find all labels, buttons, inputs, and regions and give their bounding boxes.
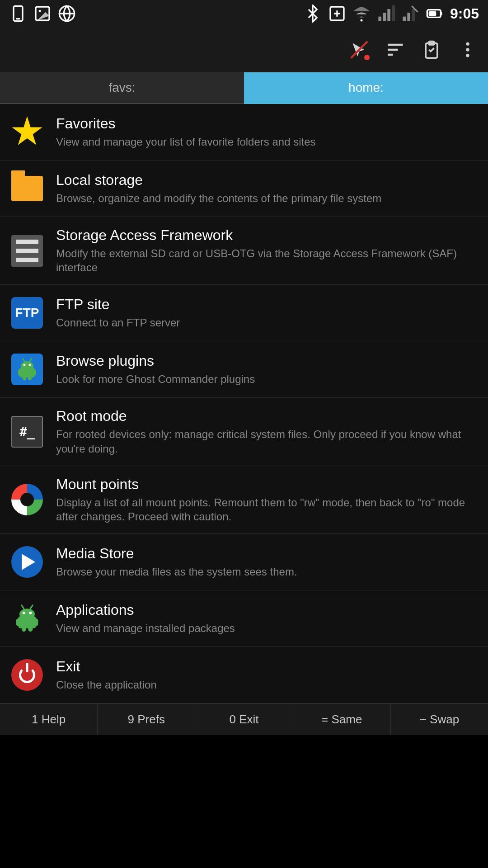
svg-rect-10 — [387, 9, 390, 21]
prefs-button[interactable]: 9 Prefs — [98, 704, 195, 735]
help-button[interactable]: 1 Help — [0, 704, 98, 735]
mount-points-title: Mount points — [56, 476, 479, 493]
svg-rect-8 — [378, 17, 381, 21]
mount-points-desc: Display a list of all mount points. Remo… — [56, 495, 479, 524]
svg-rect-14 — [412, 9, 415, 21]
svg-rect-29 — [18, 369, 22, 376]
saf-icon-wrap — [9, 233, 45, 269]
svg-rect-18 — [441, 12, 442, 15]
svg-rect-41 — [22, 626, 26, 632]
svg-rect-40 — [34, 618, 38, 626]
svg-rect-31 — [23, 376, 26, 380]
favorites-title: Favorites — [56, 115, 479, 132]
menu-item-local-storage[interactable]: Local storage Browse, organize and modif… — [0, 160, 488, 217]
menu-item-favorites[interactable]: Favorites View and manage your list of f… — [0, 104, 488, 160]
star-icon — [11, 116, 43, 148]
ftp-icon: FTP — [11, 297, 43, 329]
signal-icon — [377, 5, 395, 23]
root-mode-desc: For rooted devices only: manage critical… — [56, 427, 479, 455]
android-icon — [11, 603, 43, 634]
mount-points-text: Mount points Display a list of all mount… — [56, 476, 479, 524]
svg-line-37 — [30, 359, 32, 361]
browse-plugins-icon-wrap — [9, 351, 45, 387]
tab-bar: favs: home: — [0, 72, 488, 104]
svg-point-25 — [466, 42, 469, 45]
media-store-icon-wrap — [9, 544, 45, 580]
browse-plugins-title: Browse plugins — [56, 353, 479, 369]
svg-point-27 — [466, 54, 469, 57]
plugin-icon — [11, 354, 43, 385]
svg-rect-17 — [429, 11, 436, 16]
media-store-title: Media Store — [56, 545, 479, 562]
svg-point-35 — [29, 364, 31, 366]
saf-text: Storage Access Framework Modify the exte… — [56, 227, 479, 274]
cursor-dot — [364, 55, 370, 60]
svg-rect-30 — [33, 369, 36, 376]
exit-button[interactable]: 0 Exit — [195, 704, 293, 735]
status-icons-right: 9:05 — [304, 5, 479, 23]
folder-icon — [11, 176, 43, 201]
bluetooth-icon — [304, 5, 322, 23]
tab-home[interactable]: home: — [244, 72, 488, 104]
media-store-icon — [11, 546, 43, 578]
applications-text: Applications View and manage installed p… — [56, 602, 479, 635]
applications-icon-wrap — [9, 600, 45, 637]
menu-item-applications[interactable]: Applications View and manage installed p… — [0, 590, 488, 647]
menu-item-browse-plugins[interactable]: Browse plugins Look for more Ghost Comma… — [0, 341, 488, 398]
root-mode-icon-wrap: #_ — [9, 414, 45, 450]
svg-rect-13 — [407, 13, 410, 21]
paste-button[interactable] — [420, 38, 443, 61]
tab-favs[interactable]: favs: — [0, 72, 244, 104]
ftp-icon-wrap: FTP — [9, 295, 45, 331]
phone-icon — [9, 5, 27, 23]
signal2-icon — [401, 5, 419, 23]
svg-rect-39 — [16, 618, 21, 626]
browse-plugins-desc: Look for more Ghost Commander plugins — [56, 372, 479, 386]
ftp-text: FTP site Connect to an FTP server — [56, 296, 479, 330]
menu-item-exit[interactable]: Exit Close the application — [0, 647, 488, 703]
saf-title: Storage Access Framework — [56, 227, 479, 244]
menu-item-ftp[interactable]: FTP FTP site Connect to an FTP server — [0, 285, 488, 341]
globe-icon — [58, 5, 76, 23]
sort-button[interactable] — [384, 38, 407, 61]
root-icon: #_ — [11, 416, 43, 448]
local-storage-desc: Browse, organize and modify the contents… — [56, 191, 479, 205]
media-store-desc: Browse your media files as the system se… — [56, 565, 479, 579]
svg-point-26 — [466, 48, 469, 51]
svg-rect-32 — [28, 376, 32, 380]
svg-rect-1 — [16, 18, 20, 19]
svg-line-47 — [30, 605, 33, 609]
battery-icon — [426, 5, 444, 23]
svg-point-33 — [21, 361, 33, 370]
svg-point-44 — [23, 612, 25, 614]
nfc-icon — [328, 5, 346, 23]
wifi-icon — [352, 5, 371, 23]
menu-item-saf[interactable]: Storage Access Framework Modify the exte… — [0, 217, 488, 285]
favorites-desc: View and manage your list of favorite fo… — [56, 135, 479, 149]
applications-desc: View and manage installed packages — [56, 621, 479, 635]
svg-point-3 — [39, 10, 41, 12]
bottom-bar: 1 Help 9 Prefs 0 Exit = Same ~ Swap — [0, 703, 488, 735]
mount-icon — [11, 484, 43, 515]
browse-plugins-text: Browse plugins Look for more Ghost Comma… — [56, 353, 479, 386]
menu-item-mount-points[interactable]: Mount points Display a list of all mount… — [0, 466, 488, 534]
svg-rect-11 — [392, 5, 395, 21]
cursor-off-button[interactable] — [348, 38, 371, 61]
image-icon — [33, 5, 52, 23]
same-button[interactable]: = Same — [293, 704, 391, 735]
svg-rect-12 — [403, 17, 406, 21]
exit-icon — [11, 659, 43, 691]
exit-title: Exit — [56, 658, 479, 675]
status-bar: 9:05 — [0, 0, 488, 27]
swap-button[interactable]: ~ Swap — [391, 704, 488, 735]
svg-point-45 — [29, 612, 32, 614]
more-button[interactable] — [456, 38, 479, 61]
exit-desc: Close the application — [56, 678, 479, 692]
favorites-icon-wrap — [9, 114, 45, 150]
menu-item-root-mode[interactable]: #_ Root mode For rooted devices only: ma… — [0, 398, 488, 466]
ftp-desc: Connect to an FTP server — [56, 316, 479, 330]
local-storage-text: Local storage Browse, organize and modif… — [56, 172, 479, 205]
menu-item-media-store[interactable]: Media Store Browse your media files as t… — [0, 534, 488, 590]
local-storage-title: Local storage — [56, 172, 479, 189]
saf-icon — [11, 235, 43, 267]
